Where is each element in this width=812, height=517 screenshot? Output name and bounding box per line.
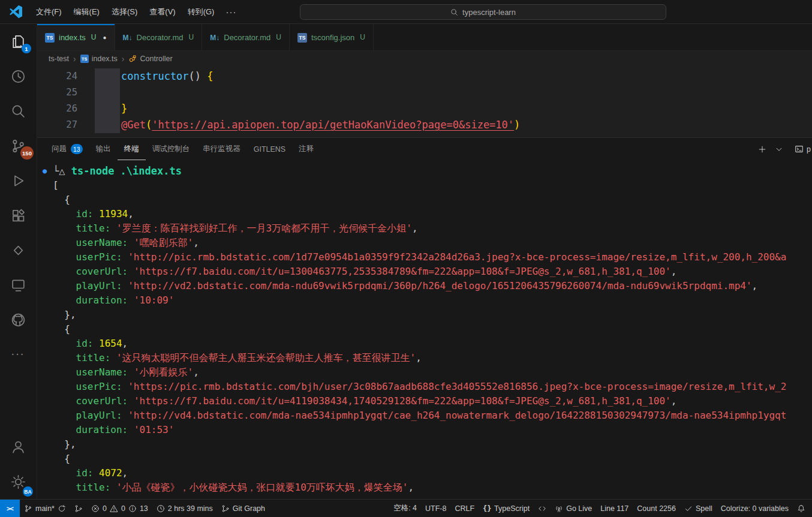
activity-more-views-button[interactable]: ··· (0, 337, 37, 372)
terminal-token (53, 467, 76, 479)
bell-icon (797, 504, 805, 513)
status-branch[interactable]: main* (20, 500, 70, 517)
menu-item[interactable]: 编辑(E) (68, 4, 105, 20)
activity-extensions-button[interactable] (0, 198, 37, 233)
panel-tab-label: 问题 (52, 144, 67, 154)
terminal-line: coverUrl: 'https://f7.baidu.com/it/u=411… (53, 394, 812, 408)
activity-account-button[interactable] (0, 429, 37, 464)
editor-tab[interactable]: TSindex.tsU● (37, 24, 115, 50)
terminal-token (128, 366, 134, 378)
activity-bar-top: 1150··· (0, 24, 37, 372)
status-encoding[interactable]: UTF-8 (421, 500, 450, 517)
activity-explorer-button[interactable]: 1 (0, 24, 37, 59)
terminal-line: id: 11934, (53, 207, 812, 221)
terminal-token: id: (76, 208, 94, 220)
status-git-graph[interactable]: Git Graph (217, 500, 269, 517)
activity-code-time-button[interactable] (0, 59, 37, 94)
activity-github-button[interactable] (0, 302, 37, 337)
panel-tab[interactable]: 串行监视器 (196, 138, 247, 160)
menu-item[interactable]: 查看(V) (144, 4, 181, 20)
breadcrumb-item[interactable]: Controller (127, 55, 173, 63)
terminal-token: , (122, 338, 128, 349)
terminal-token: '这只狗太聪明不但会帮主人掰玉米还会帮助主人推车，甚至很讲卫生' (116, 352, 416, 363)
status-text: 0 (103, 504, 107, 513)
menu-item[interactable]: 选择(S) (106, 4, 143, 20)
terminal-token (122, 251, 128, 263)
panel-tab[interactable]: 输出 (89, 138, 118, 160)
terminal-token (53, 251, 76, 263)
panel-tab[interactable]: 注释 (292, 138, 320, 160)
command-decoration-dot[interactable]: ● (43, 167, 47, 175)
breadcrumb: ts-test›TSindex.ts›Controller (37, 51, 812, 67)
panel-tab[interactable]: 终端 (118, 138, 146, 160)
terminal-token: , (128, 208, 134, 220)
code-line[interactable]: 27@Get('https://api.apiopen.top/api/getH… (37, 117, 812, 133)
status-code-time[interactable]: 2 hrs 39 mins (152, 500, 217, 517)
panel-tab[interactable]: GITLENS (247, 138, 293, 160)
status-language[interactable]: {}TypeScript (479, 500, 534, 517)
chevron-down-icon (775, 145, 783, 154)
terminal-token (53, 424, 76, 435)
menu-item[interactable]: 文件(F) (31, 4, 67, 20)
panel-tab[interactable]: 问题13 (45, 138, 89, 160)
breadcrumb-item[interactable]: ts-test (47, 55, 70, 63)
status-git-graph-view[interactable] (70, 500, 87, 517)
code-text (92, 85, 121, 101)
status-indentation[interactable]: 空格: 4 (389, 500, 421, 517)
activity-search-button[interactable] (0, 94, 37, 128)
branch-icon (24, 504, 32, 513)
terminal-token: ts-node .\index.ts (71, 165, 182, 177)
code-line[interactable]: 26} (37, 101, 812, 117)
code-line[interactable]: 25 (37, 85, 812, 101)
status-colorize[interactable]: Colorize: 0 variables (717, 500, 793, 517)
terminal-list-item[interactable]: p (789, 145, 811, 154)
more-menus-button[interactable]: ··· (219, 5, 242, 18)
tab-filename: index.ts (59, 33, 86, 42)
status-line-indicator[interactable]: Line 117 (596, 500, 633, 517)
terminal-token: }, (53, 309, 76, 320)
terminal-line: userPic: 'https://pic.rmb.bdstatic.com/b… (53, 380, 812, 394)
terminal-line: title: '罗兰度：陈百祥找到好工作，一月3万啥都不用干，光伺候千金小姐', (53, 221, 812, 236)
breadcrumb-item[interactable]: TSindex.ts (79, 55, 119, 63)
terminal-token (53, 237, 76, 248)
status-notifications[interactable] (793, 500, 810, 517)
activity-settings-button[interactable]: BA (0, 464, 37, 499)
terminal-token: coverUrl: (76, 266, 128, 277)
activity-run-debug-button[interactable] (0, 163, 37, 198)
clock-icon (157, 504, 165, 513)
status-extension-status[interactable] (534, 500, 551, 517)
remote-indicator[interactable]: >< (0, 500, 20, 517)
editor-tab[interactable]: M↓Decorator.mdU (202, 24, 290, 50)
clock-icon (11, 69, 26, 84)
terminal[interactable]: ● └△ ts-node .\index.ts[ { id: 11934, ti… (37, 160, 812, 499)
status-left: main*00132 hrs 39 minsGit Graph (20, 500, 269, 517)
editor-tab[interactable]: M↓Decorator.mdU (115, 24, 203, 50)
terminal-token: { (53, 453, 70, 464)
command-center-search[interactable]: typescript-learn (300, 4, 666, 20)
status-eol[interactable]: CRLF (450, 500, 479, 517)
terminal-token: duration: (76, 424, 128, 435)
status-go-live[interactable]: Go Live (551, 500, 596, 517)
terminal-line: └△ ts-node .\index.ts (53, 164, 812, 178)
terminal-dropdown-button[interactable] (772, 142, 786, 157)
menu-item[interactable]: 转到(G) (182, 4, 220, 20)
code-editor[interactable]: 24constructor() {2526}27@Get('https://ap… (37, 67, 812, 137)
status-text: Colorize: 0 variables (721, 504, 789, 513)
code-line[interactable]: 24constructor() { (37, 68, 812, 85)
terminal-token (128, 294, 134, 306)
terminal-line: }, (53, 437, 812, 452)
activity-source-control-button[interactable]: 150 (0, 128, 37, 163)
new-terminal-button[interactable] (755, 142, 769, 157)
status-word-count[interactable]: Count 2256 (633, 500, 680, 517)
breadcrumb-label: index.ts (92, 55, 118, 63)
panel-tab[interactable]: 调试控制台 (146, 138, 197, 160)
status-spell[interactable]: Spell (680, 500, 717, 517)
activity-remote-explorer-button[interactable] (0, 267, 37, 302)
status-problems[interactable]: 0013 (87, 500, 152, 517)
terminal-token (53, 266, 76, 277)
editor-tab[interactable]: TStsconfig.jsonU (290, 24, 374, 50)
terminal-line: { (53, 322, 812, 336)
terminal-token (122, 410, 128, 421)
activity-diamond-extension-button[interactable] (0, 233, 37, 267)
code-text: } (92, 101, 127, 117)
